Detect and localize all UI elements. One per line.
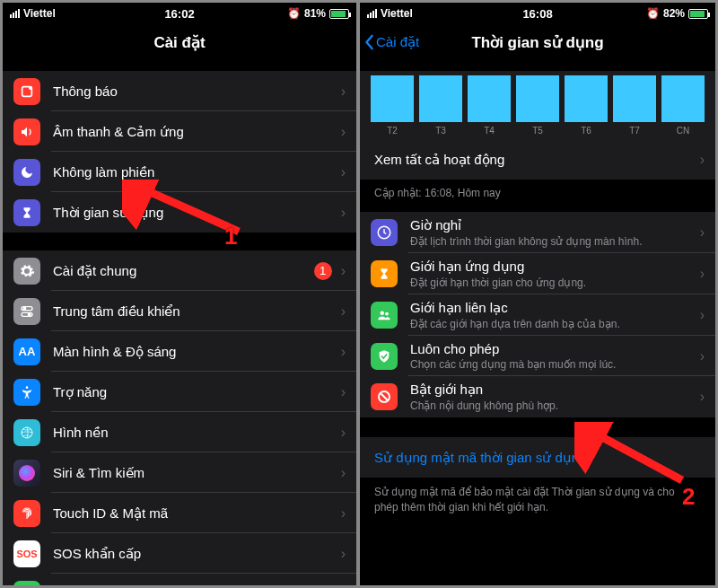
chevron-right-icon: › (341, 505, 346, 522)
back-label: Cài đặt (376, 34, 419, 50)
chevron-right-icon: › (341, 303, 346, 320)
status-bar: Viettel 16:08 ⏰ 82% (360, 3, 715, 24)
chevron-right-icon: › (341, 546, 346, 562)
row-sos[interactable]: SOS SOS khẩn cấp › (3, 533, 356, 574)
row-controlcenter[interactable]: Trung tâm điều khiển › (3, 291, 356, 331)
notifications-icon (13, 78, 40, 105)
last-updated-label: Cập nhật: 16:08, Hôm nay (360, 180, 715, 206)
chevron-right-icon: › (341, 344, 346, 360)
settings-group-general: Cài đặt chung 1 › Trung tâm điều khiển ›… (3, 250, 356, 588)
row-see-all-activity[interactable]: Xem tất cả hoạt động › (360, 139, 715, 180)
row-touchid[interactable]: Touch ID & Mật mã › (3, 493, 356, 533)
row-sounds[interactable]: Âm thanh & Cảm ứng › (3, 111, 356, 152)
chart-bar (613, 75, 656, 122)
chevron-right-icon: › (700, 224, 705, 241)
chevron-right-icon: › (700, 389, 705, 405)
nav-bar: Cài đặt Thời gian sử dụng (360, 24, 715, 60)
signal-icon (10, 9, 20, 18)
row-label: Màn hình & Độ sáng (53, 344, 336, 360)
gear-icon (13, 258, 40, 285)
svg-point-6 (26, 386, 29, 389)
chevron-right-icon: › (341, 465, 346, 481)
row-siri[interactable]: Siri & Tìm kiếm › (3, 452, 356, 493)
row-dnd[interactable]: Không làm phiền › (3, 152, 356, 192)
chevron-right-icon: › (341, 384, 346, 400)
fingerprint-icon (13, 500, 40, 527)
clock: 16:02 (164, 7, 194, 21)
svg-point-1 (29, 86, 32, 90)
chart-bar-label: CN (677, 126, 689, 136)
battery-row-icon (13, 581, 40, 589)
row-screentime[interactable]: Thời gian sử dụng › (3, 192, 356, 233)
clock: 16:08 (522, 7, 552, 21)
row-label: Siri & Tìm kiếm (53, 465, 336, 481)
signal-icon (367, 9, 377, 18)
row-label: SOS khẩn cấp (53, 546, 336, 562)
row-content-restrictions[interactable]: Bật giới hạn Chặn nội dung không phù hợp… (360, 376, 715, 417)
svg-point-5 (28, 313, 31, 316)
accessibility-icon (13, 379, 40, 406)
moon-icon (13, 159, 40, 186)
wallpaper-icon (13, 419, 40, 446)
row-accessibility[interactable]: Trợ năng › (3, 372, 356, 412)
chart-bar-label: T5 (532, 126, 543, 136)
settings-group-notifications: Thông báo › Âm thanh & Cảm ứng › Không l… (3, 71, 356, 233)
hourglass-icon (13, 199, 40, 226)
row-subtitle: Chọn các ứng dụng mà bạn muốn mọi lúc. (410, 358, 695, 371)
row-always-allowed[interactable]: Luôn cho phép Chọn các ứng dụng mà bạn m… (360, 336, 715, 376)
carrier-label: Viettel (381, 7, 413, 20)
row-label: Sử dụng mật mã thời gian sử dụng (374, 450, 705, 466)
battery-percent: 82% (663, 7, 685, 20)
row-label: Không làm phiền (53, 164, 336, 180)
chart-bar (661, 75, 705, 122)
svg-point-12 (381, 312, 385, 316)
hourglass-icon (371, 260, 398, 287)
alarm-icon: ⏰ (287, 7, 301, 20)
chevron-right-icon: › (700, 348, 705, 364)
sos-icon: SOS (13, 540, 40, 567)
svg-point-7 (22, 427, 32, 438)
row-communication-limits[interactable]: Giới hạn liên lạc Đặt các giới hạn dựa t… (360, 294, 715, 336)
row-title: Luôn cho phép (410, 341, 695, 356)
chart-bar (371, 75, 414, 122)
display-icon: AA (13, 338, 40, 365)
row-display[interactable]: AA Màn hình & Độ sáng › (3, 331, 356, 372)
row-label: Touch ID & Mật mã (53, 505, 336, 522)
chevron-right-icon: › (700, 266, 705, 282)
contacts-icon (371, 302, 398, 329)
page-title: Cài đặt (153, 33, 205, 52)
chart-bar (419, 75, 462, 122)
nav-bar: Cài đặt (3, 24, 356, 60)
chevron-right-icon: › (341, 164, 346, 180)
phone-right-screentime: Viettel 16:08 ⏰ 82% Cài đặt Thời gian sử… (359, 0, 718, 588)
row-title: Bật giới hạn (410, 382, 695, 398)
row-label: Âm thanh & Cảm ứng (53, 124, 336, 140)
row-general[interactable]: Cài đặt chung 1 › (3, 250, 356, 291)
check-shield-icon (371, 343, 398, 370)
battery-icon (329, 9, 349, 19)
row-use-passcode[interactable]: Sử dụng mật mã thời gian sử dụng (360, 437, 715, 478)
chart-bar (516, 75, 559, 122)
back-button[interactable]: Cài đặt (363, 34, 419, 50)
usage-chart-group: T2 T3 T4 T5 T6 T7 CN Xem tất cả hoạt độn… (360, 71, 715, 180)
battery-percent: 81% (304, 7, 326, 20)
row-notifications[interactable]: Thông báo › (3, 71, 356, 111)
annotation-number-2: 2 (682, 483, 695, 511)
row-battery[interactable]: Pin › (3, 574, 356, 588)
row-label: Thông báo (53, 83, 336, 99)
row-title: Giới hạn liên lạc (410, 300, 695, 316)
prohibit-icon (371, 383, 398, 410)
row-subtitle: Đặt các giới hạn dựa trên danh bạ của bạ… (410, 318, 695, 330)
status-bar: Viettel 16:02 ⏰ 81% (3, 3, 356, 24)
row-subtitle: Đặt lịch trình thời gian không sử dụng m… (410, 235, 695, 248)
row-downtime[interactable]: Giờ nghỉ Đặt lịch trình thời gian không … (360, 212, 715, 253)
row-label: Hình nền (53, 425, 336, 441)
row-subtitle: Đặt giới hạn thời gian cho ứng dụng. (410, 276, 695, 289)
row-app-limits[interactable]: Giới hạn ứng dụng Đặt giới hạn thời gian… (360, 253, 715, 294)
chart-bar-label: T2 (387, 126, 398, 136)
row-wallpaper[interactable]: Hình nền › (3, 412, 356, 452)
alarm-icon: ⏰ (646, 7, 660, 20)
row-label: Trợ năng (53, 384, 336, 400)
svg-point-13 (385, 312, 389, 316)
passcode-footer-note: Sử dụng mật mã để bảo mật cài đặt Thời g… (360, 478, 715, 530)
